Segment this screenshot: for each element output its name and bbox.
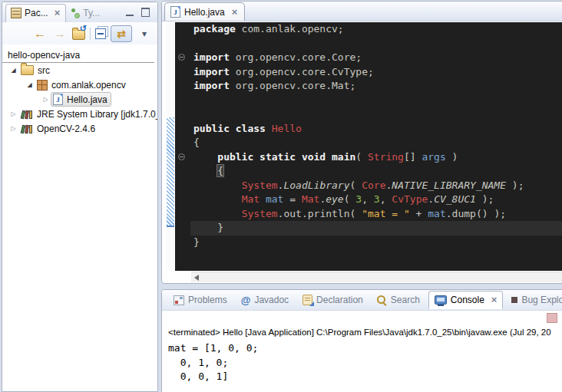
project-tree: hello-opencv-java◢src◢com.anlak.opencv▷H… [2,48,157,136]
horizontal-scrollbar[interactable] [191,272,562,282]
editor-tab-bar: Hello.java × [162,2,562,21]
tree-item-label: hello-opencv-java [8,50,80,61]
eclipse-window: Pac... × Ty... hello-opencv-java◢src◢com… [0,0,562,392]
code-line[interactable]: public class Hello [193,122,562,137]
problems-icon [174,295,184,305]
code-text[interactable]: package com.anlak.opencv;import org.open… [190,22,562,271]
expanded-arrow-icon[interactable]: ◢ [25,81,35,88]
package-explorer-toolbar [2,22,157,44]
close-icon[interactable]: × [55,9,61,17]
view-window-buttons [126,8,150,17]
tab-bug-explorer[interactable]: Bug Explorer [506,292,562,308]
editor-tab-label: Hello.java [184,7,225,18]
tree-item-src[interactable]: ◢src [2,63,157,77]
code-line[interactable]: { [193,164,562,179]
console-output-line: 0, 1, 0; [168,356,258,371]
tab-problems[interactable]: Problems [168,292,233,308]
bottom-tab-label: Declaration [316,295,363,305]
code-line[interactable]: System.LoadLibrary( Core.NATIVE_LIBRARY_… [193,179,562,193]
code-line-current[interactable]: } [190,221,562,236]
code-line[interactable]: System.out.println( "mat = " + mat.dump(… [193,207,562,222]
folding-ruler [175,22,190,271]
console-toolbar-icon[interactable] [547,313,557,323]
bottom-view-stack: ProblemsJavadocDeclarationSearchConsole×… [161,289,562,392]
tree-item-body[interactable]: OpenCV-2.4.6 [18,122,99,136]
fold-collapse-icon[interactable] [178,153,185,160]
library-icon [21,109,33,119]
close-icon[interactable]: × [491,296,498,304]
code-line[interactable]: import org.opencv.core.CvType; [193,65,562,80]
bottom-tab-label: Bug Explorer [521,295,562,305]
bottom-tab-label: Problems [188,295,227,305]
forward-arrow-icon[interactable] [52,26,68,41]
package-explorer-icon [11,8,21,18]
tab-label: Pac... [25,8,48,18]
tab-javadoc[interactable]: Javadoc [236,292,294,309]
minimize-icon[interactable] [126,8,134,16]
close-icon[interactable]: × [232,8,238,16]
tab-type-hierarchy[interactable]: Ty... [66,5,105,22]
scroll-left-icon[interactable] [194,275,199,281]
console-header: <terminated> Hello [Java Application] C:… [168,328,551,337]
code-line[interactable]: package com.anlak.opencv; [193,22,562,37]
fold-collapse-icon[interactable] [178,54,185,61]
tree-item-hello-java[interactable]: ▷Hello.java [2,92,157,107]
tree-item-label: JRE System Library [jdk1.7.0_25] [37,109,158,120]
up-folder-icon[interactable] [72,30,85,40]
package-explorer-view: Pac... × Ty... hello-opencv-java◢src◢com… [2,2,158,392]
tab-package-explorer[interactable]: Pac... × [5,4,66,22]
console-icon [435,295,447,305]
code-line[interactable]: import org.opencv.core.Mat; [193,79,562,94]
expanded-arrow-icon[interactable]: ◢ [8,67,18,74]
tree-item-hello-opencv-java[interactable]: hello-opencv-java [2,48,157,62]
tree-item-label: com.anlak.opencv [51,80,126,91]
search-icon [377,295,387,305]
tree-item-body[interactable]: JRE System Library [jdk1.7.0_25] [18,107,158,121]
bottom-tab-label: Search [391,295,420,305]
bottom-tab-label: Console [451,295,484,305]
javadoc-icon [241,295,251,306]
quick-diff-ruler [167,21,174,271]
code-line[interactable] [193,107,562,122]
tab-declaration[interactable]: Declaration [297,292,369,308]
changed-lines-indicator [167,117,174,227]
bottom-tab-label: Javadoc [254,295,289,305]
tree-item-body[interactable]: Hello.java [51,92,111,107]
code-line[interactable]: import org.opencv.core.Core; [193,51,562,65]
tree-item-body[interactable]: src [18,64,54,77]
tree-item-body[interactable]: hello-opencv-java [5,48,84,62]
tab-console[interactable]: Console× [428,291,504,309]
toolbar-separator [90,28,91,40]
editor-area: Hello.java × package com.anlak.opencv;im… [161,1,562,284]
code-line[interactable] [193,94,562,108]
collapsed-arrow-icon[interactable]: ▷ [8,125,18,132]
collapsed-arrow-icon[interactable]: ▷ [8,110,18,117]
tree-item-jre-system-library-jdk1-7-0-25[interactable]: ▷JRE System Library [jdk1.7.0_25] [2,107,157,121]
bug-icon [511,297,517,303]
tree-item-label: Hello.java [67,94,107,105]
tree-item-label: src [38,65,50,76]
collapsed-arrow-icon[interactable]: ▷ [41,96,51,103]
tab-hello-java[interactable]: Hello.java × [164,2,245,21]
tab-label: Ty... [83,8,100,18]
console-view: <terminated> Hello [Java Application] C:… [162,311,562,392]
declaration-icon [302,295,312,305]
tree-item-body[interactable]: com.anlak.opencv [35,78,130,92]
console-output[interactable]: mat = [1, 0, 0; 0, 1, 0; 0, 0, 1] [168,341,258,384]
collapse-all-icon[interactable] [95,28,106,39]
code-line[interactable]: } [193,236,562,250]
back-arrow-icon[interactable] [32,26,48,41]
view-menu-icon[interactable] [137,26,152,41]
tree-item-com-anlak-opencv[interactable]: ◢com.anlak.opencv [2,77,157,92]
code-line[interactable]: Mat mat = Mat.eye( 3, 3, CvType.CV_8UC1 … [193,193,562,207]
code-line[interactable]: public static void main( String[] args ) [193,150,562,165]
tab-search[interactable]: Search [372,292,425,308]
library-icon [21,124,33,133]
tree-item-label: OpenCV-2.4.6 [37,124,95,134]
code-editor[interactable]: package com.anlak.opencv;import org.open… [175,22,562,271]
code-line[interactable]: { [193,136,562,150]
code-line[interactable] [193,37,562,51]
tree-item-opencv-2-4-6[interactable]: ▷OpenCV-2.4.6 [2,121,157,136]
link-editor-icon[interactable] [111,25,132,42]
maximize-icon[interactable] [141,8,150,17]
